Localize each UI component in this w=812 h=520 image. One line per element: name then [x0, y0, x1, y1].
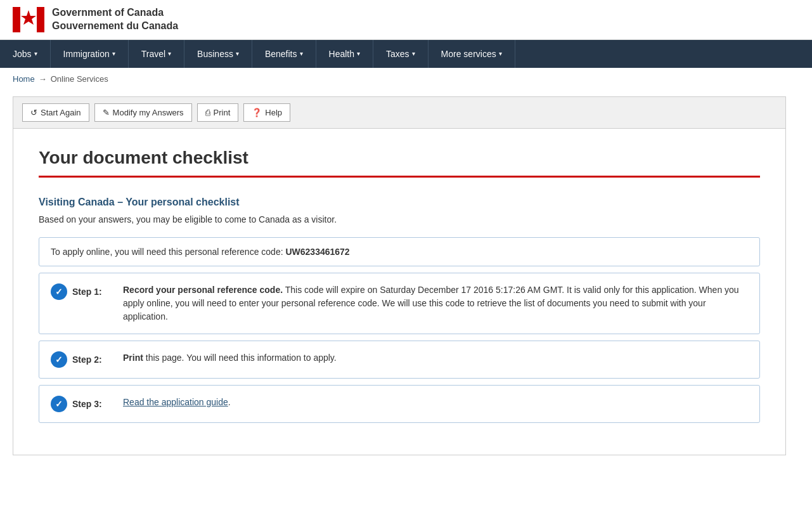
svg-rect-1: [13, 7, 20, 32]
printer-icon: ⎙: [205, 108, 210, 117]
step-2-bold: Print: [123, 353, 143, 363]
step-2-left: ✓ Step 2:: [51, 351, 114, 368]
refresh-icon: ↺: [30, 108, 37, 117]
chevron-down-icon: ▾: [499, 50, 502, 57]
start-again-button[interactable]: ↺ Start Again: [22, 103, 89, 122]
nav-item-health[interactable]: Health▾: [316, 40, 373, 68]
step-3-label: Step 3:: [72, 399, 102, 409]
chevron-down-icon: ▾: [357, 50, 360, 57]
step-3-box: ✓ Step 3: Read the application guide.: [39, 385, 760, 423]
nav-item-travel[interactable]: Travel▾: [129, 40, 184, 68]
step-3-content: Read the application guide.: [123, 396, 231, 409]
breadcrumb-current: Online Services: [51, 74, 108, 84]
chevron-down-icon: ▾: [300, 50, 303, 57]
header: Government of Canada Gouvernement du Can…: [0, 0, 812, 40]
step-1-content: Record your personal reference code. Thi…: [123, 283, 748, 323]
chevron-down-icon: ▾: [34, 50, 37, 57]
nav-item-immigration[interactable]: Immigration▾: [51, 40, 129, 68]
breadcrumb-home[interactable]: Home: [13, 74, 35, 84]
chevron-down-icon: ▾: [112, 50, 115, 57]
breadcrumb-arrow: →: [39, 74, 47, 84]
step-1-left: ✓ Step 1:: [51, 283, 114, 300]
breadcrumb: Home → Online Services: [0, 68, 812, 90]
page-title: Your document checklist: [39, 148, 760, 178]
step-2-text: this page. You will need this informatio…: [143, 353, 337, 363]
main-nav: Jobs▾ Immigration▾ Travel▾ Business▾ Ben…: [0, 40, 812, 68]
nav-item-more-services[interactable]: More services▾: [429, 40, 515, 68]
nav-item-benefits[interactable]: Benefits▾: [252, 40, 316, 68]
help-icon: ❓: [252, 108, 262, 117]
step-1-box: ✓ Step 1: Record your personal reference…: [39, 273, 760, 334]
print-button[interactable]: ⎙ Print: [197, 103, 239, 122]
step-1-label: Step 1:: [72, 287, 102, 297]
step-2-label: Step 2:: [72, 354, 102, 365]
logo-text: Government of Canada Gouvernement du Can…: [52, 6, 178, 33]
application-guide-link[interactable]: Read the application guide: [123, 397, 228, 407]
nav-item-jobs[interactable]: Jobs▾: [0, 40, 51, 68]
chevron-down-icon: ▾: [236, 50, 239, 57]
ref-code-value: UW6233461672: [285, 247, 349, 257]
modify-answers-button[interactable]: ✎ Modify my Answers: [94, 103, 192, 122]
step-2-check-icon: ✓: [51, 351, 67, 368]
pencil-icon: ✎: [103, 108, 110, 117]
section-title: Visiting Canada – Your personal checklis…: [39, 197, 760, 208]
canada-flag-icon: [13, 7, 44, 32]
step-2-box: ✓ Step 2: Print this page. You will need…: [39, 341, 760, 379]
reference-code-box: To apply online, you will need this pers…: [39, 237, 760, 266]
help-button[interactable]: ❓ Help: [243, 103, 290, 122]
step-3-period: .: [228, 397, 231, 407]
section-description: Based on your answers, you may be eligib…: [39, 214, 760, 224]
chevron-down-icon: ▾: [412, 50, 415, 57]
ref-code-text: To apply online, you will need this pers…: [51, 247, 283, 257]
chevron-down-icon: ▾: [168, 50, 171, 57]
svg-rect-2: [37, 7, 44, 32]
step-1-check-icon: ✓: [51, 283, 67, 300]
step-1-bold: Record your personal reference code.: [123, 285, 283, 295]
main-content: ↺ Start Again ✎ Modify my Answers ⎙ Prin…: [0, 90, 799, 474]
nav-item-taxes[interactable]: Taxes▾: [373, 40, 429, 68]
step-2-content: Print this page. You will need this info…: [123, 351, 337, 365]
step-3-left: ✓ Step 3:: [51, 396, 114, 412]
step-3-check-icon: ✓: [51, 396, 67, 412]
nav-item-business[interactable]: Business▾: [184, 40, 252, 68]
toolbar: ↺ Start Again ✎ Modify my Answers ⎙ Prin…: [13, 96, 786, 129]
content-area: Your document checklist Visiting Canada …: [13, 129, 786, 455]
